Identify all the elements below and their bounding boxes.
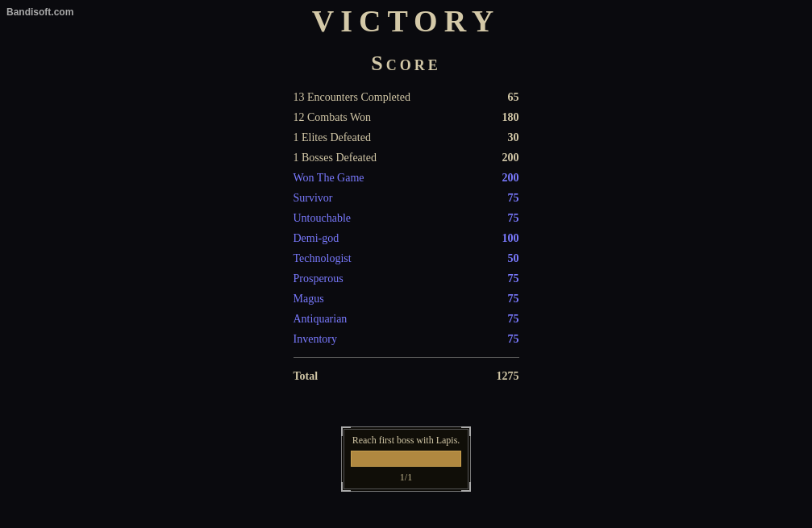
score-row: 13 Encounters Completed65 bbox=[294, 87, 519, 107]
score-row-label: 13 Encounters Completed bbox=[294, 87, 483, 107]
score-row-value: 200 bbox=[482, 148, 518, 168]
score-row: Technologist50 bbox=[294, 248, 519, 268]
score-row-label: Prosperous bbox=[294, 268, 483, 289]
achievement-frame-outer: Reach first boss with Lapis. 1/1 bbox=[341, 426, 472, 492]
achievement-progress-bar bbox=[351, 451, 462, 467]
score-row: Antiquarian75 bbox=[294, 309, 519, 329]
corner-br bbox=[461, 482, 471, 492]
score-row-label: Inventory bbox=[294, 329, 483, 349]
achievement-container: Reach first boss with Lapis. 1/1 bbox=[341, 426, 472, 492]
achievement-progress-fill bbox=[352, 451, 461, 466]
score-row-value: 65 bbox=[482, 87, 518, 107]
victory-title: VICTORY bbox=[312, 3, 500, 39]
watermark: Bandisoft.com bbox=[6, 6, 73, 18]
achievement-wrapper: Reach first boss with Lapis. 1/1 bbox=[341, 426, 472, 492]
score-row: Won The Game200 bbox=[294, 168, 519, 188]
score-row-value: 200 bbox=[482, 168, 518, 188]
score-row-value: 75 bbox=[482, 208, 518, 228]
score-row-label: 1 Elites Defeated bbox=[294, 127, 483, 148]
score-row-label: 1 Bosses Defeated bbox=[294, 148, 483, 168]
score-row: Demi-god100 bbox=[294, 228, 519, 248]
score-row-label: Magus bbox=[294, 289, 483, 309]
score-heading: Score bbox=[294, 52, 519, 76]
score-row-value: 75 bbox=[482, 289, 518, 309]
score-row-label: Technologist bbox=[294, 248, 483, 268]
score-row-value: 50 bbox=[482, 248, 518, 268]
score-row: Magus75 bbox=[294, 289, 519, 309]
score-row-label: 12 Combats Won bbox=[294, 107, 483, 127]
achievement-fraction: 1/1 bbox=[344, 469, 468, 489]
total-row: Total 1275 bbox=[294, 366, 519, 386]
score-row: 12 Combats Won180 bbox=[294, 107, 519, 127]
score-row-label: Survivor bbox=[294, 188, 483, 208]
corner-tr bbox=[461, 426, 471, 436]
score-row-label: Demi-god bbox=[294, 228, 483, 248]
score-row-value: 100 bbox=[482, 228, 518, 248]
score-row-value: 30 bbox=[482, 127, 518, 148]
achievement-frame-inner: Reach first boss with Lapis. 1/1 bbox=[342, 427, 471, 491]
score-row: Inventory75 bbox=[294, 329, 519, 349]
score-row: Untouchable75 bbox=[294, 208, 519, 228]
score-section: Score 13 Encounters Completed6512 Combat… bbox=[294, 52, 519, 386]
page-content: VICTORY Score 13 Encounters Completed651… bbox=[0, 0, 812, 492]
score-row-value: 75 bbox=[482, 268, 518, 289]
achievement-body: Reach first boss with Lapis. 1/1 bbox=[344, 429, 469, 489]
achievement-title: Reach first boss with Lapis. bbox=[344, 430, 468, 449]
score-row-label: Untouchable bbox=[294, 208, 483, 228]
score-row: 1 Bosses Defeated200 bbox=[294, 148, 519, 168]
score-row-value: 75 bbox=[482, 188, 518, 208]
score-row: Survivor75 bbox=[294, 188, 519, 208]
total-label: Total bbox=[294, 366, 483, 386]
score-row-value: 75 bbox=[482, 329, 518, 349]
score-table: 13 Encounters Completed6512 Combats Won1… bbox=[294, 87, 519, 386]
score-row-label: Won The Game bbox=[294, 168, 483, 188]
score-row-value: 75 bbox=[482, 309, 518, 329]
total-value: 1275 bbox=[482, 366, 518, 386]
score-row-label: Antiquarian bbox=[294, 309, 483, 329]
score-row: 1 Elites Defeated30 bbox=[294, 127, 519, 148]
score-row-value: 180 bbox=[482, 107, 518, 127]
score-row: Prosperous75 bbox=[294, 268, 519, 289]
corner-bl bbox=[341, 482, 351, 492]
corner-tl bbox=[341, 426, 351, 436]
